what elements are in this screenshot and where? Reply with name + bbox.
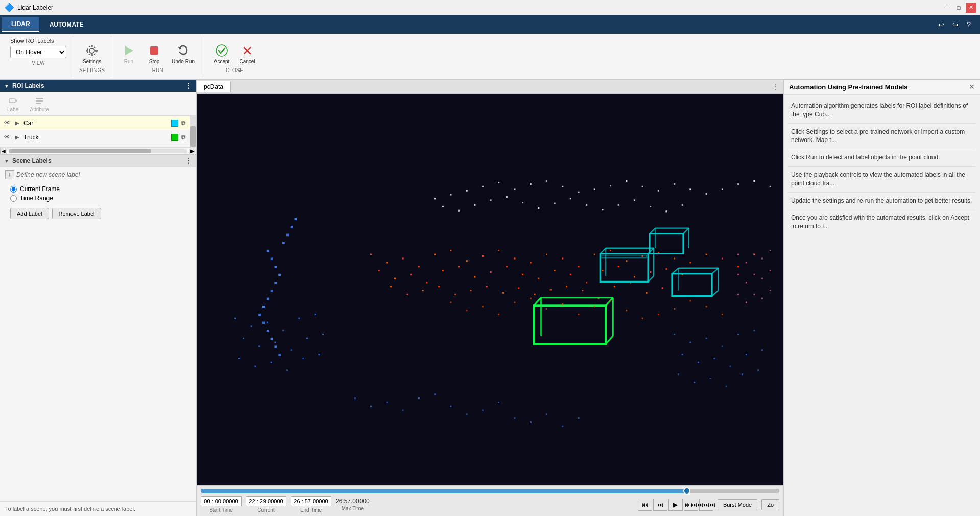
tab-actions: ↩ ↪ ? (935, 19, 978, 30)
car-visibility-toggle[interactable]: 👁 (4, 119, 13, 127)
cancel-label: Cancel (239, 59, 255, 64)
undo-run-button[interactable]: Undo Run (169, 41, 198, 66)
svg-rect-161 (450, 406, 451, 407)
svg-rect-31 (578, 266, 579, 267)
maximize-button[interactable]: □ (953, 3, 964, 13)
close-button[interactable]: ✕ (966, 3, 976, 13)
roi-collapse-arrow[interactable]: ▼ (4, 83, 9, 89)
svg-rect-87 (530, 183, 532, 185)
run-button[interactable]: Run (117, 41, 140, 66)
run-label: Run (124, 59, 133, 64)
end-time-label: End Time (300, 507, 322, 513)
svg-rect-39 (706, 254, 707, 255)
roi-labels-menu[interactable]: ⋮ (185, 82, 192, 90)
playback-play-button[interactable]: ▶ (668, 499, 683, 511)
viewport-tab-pcdata[interactable]: pcData (197, 81, 231, 92)
svg-rect-16 (36, 103, 41, 104)
toolbar-view-section: Show ROI Labels On Hover Always Never VI… (4, 36, 73, 77)
label-row-truck[interactable]: 👁 ▶ Truck ⧉ (0, 130, 190, 145)
scene-labels-section: ▼ Scene Labels ⋮ + Define new scene labe… (0, 154, 196, 222)
roi-labels-title: ROI Labels (12, 82, 182, 89)
attribute-tool-button[interactable]: Attribute (27, 94, 52, 113)
timeline-thumb[interactable] (683, 487, 690, 495)
playback-prev-button[interactable]: ⏭ (653, 499, 667, 511)
remove-label-button[interactable]: Remove Label (52, 208, 102, 219)
svg-rect-105 (474, 204, 475, 206)
scene-collapse-arrow[interactable]: ▼ (4, 158, 9, 164)
truck-label-name: Truck (23, 134, 169, 141)
truck-expand-arrow[interactable]: ▶ (15, 134, 21, 140)
redo-button[interactable]: ↪ (949, 19, 962, 30)
end-time-input[interactable] (291, 496, 331, 506)
playback-start-button[interactable]: ⏮ (638, 499, 652, 511)
svg-rect-219 (498, 314, 499, 315)
svg-rect-26 (498, 250, 499, 251)
svg-rect-106 (490, 199, 492, 201)
svg-rect-131 (238, 358, 240, 359)
hscroll-right-arrow[interactable]: ▶ (189, 148, 196, 155)
svg-rect-144 (698, 362, 699, 363)
car-expand-arrow[interactable]: ▶ (15, 120, 21, 126)
attribute-icon (34, 95, 45, 106)
automation-panel-close[interactable]: ✕ (969, 83, 975, 91)
max-time-label: Max Time (342, 506, 364, 511)
svg-rect-55 (570, 274, 571, 275)
time-range-input[interactable] (10, 195, 17, 202)
svg-rect-128 (291, 349, 292, 351)
timeline-slider-track[interactable] (201, 489, 779, 493)
current-frame-input[interactable] (10, 186, 17, 193)
car-copy-button[interactable]: ⧉ (181, 120, 186, 127)
playback-next-button[interactable]: ⏭⏭ (684, 499, 698, 511)
svg-rect-54 (554, 270, 556, 271)
scene-labels-header: ▼ Scene Labels ⋮ (0, 155, 196, 167)
minimize-button[interactable]: ─ (941, 3, 951, 13)
show-roi-label: Show ROI Labels (10, 38, 54, 44)
svg-rect-243 (770, 270, 771, 271)
labels-horizontal-scrollbar[interactable] (9, 149, 187, 153)
current-frame-radio[interactable]: Current Frame (10, 185, 186, 193)
svg-rect-132 (254, 366, 256, 367)
stop-button[interactable]: Stop (143, 41, 165, 66)
svg-rect-91 (594, 188, 595, 190)
roi-dropdown[interactable]: On Hover Always Never (10, 46, 66, 58)
truck-copy-button[interactable]: ⧉ (181, 134, 186, 141)
svg-rect-51 (506, 266, 508, 267)
viewport-menu-icon[interactable]: ⋮ (768, 81, 783, 93)
cancel-button[interactable]: Cancel (236, 41, 258, 66)
start-time-input[interactable] (201, 496, 242, 506)
svg-rect-246 (753, 294, 755, 295)
automation-panel-content: Automation algorithm generates labels fo… (784, 95, 980, 516)
svg-rect-57 (602, 270, 603, 271)
current-time-input[interactable] (246, 496, 286, 506)
label-tool-button[interactable]: Label (4, 94, 22, 113)
tab-lidar[interactable]: LIDAR (2, 17, 39, 32)
labels-vertical-scrollbar[interactable] (190, 116, 196, 147)
svg-rect-108 (522, 202, 523, 203)
hscroll-left-arrow[interactable]: ◀ (0, 148, 7, 155)
zoom-button[interactable]: Zo (761, 499, 779, 510)
svg-rect-94 (642, 186, 643, 187)
add-scene-label-icon[interactable]: + (5, 170, 14, 179)
time-range-radio[interactable]: Time Range (10, 195, 186, 202)
svg-rect-67 (454, 294, 456, 295)
svg-rect-186 (291, 226, 293, 228)
help-button[interactable]: ? (964, 19, 974, 30)
undo-button[interactable]: ↩ (935, 19, 947, 30)
settings-button[interactable]: Settings (80, 41, 104, 66)
window-controls: ─ □ ✕ (941, 3, 976, 13)
labels-list: 👁 ▶ Car ⧉ 👁 ▶ Truck ⧉ (0, 116, 190, 147)
point-cloud-canvas[interactable] (197, 94, 783, 485)
burst-mode-button[interactable]: Burst Mode (718, 499, 757, 510)
add-label-button[interactable]: Add Label (10, 208, 49, 219)
svg-rect-60 (650, 271, 651, 273)
playback-end-button[interactable]: ⏭⏭⏭ (699, 499, 713, 511)
accept-button[interactable]: Accept (210, 41, 233, 66)
truck-visibility-toggle[interactable]: 👁 (4, 133, 13, 141)
label-row-car[interactable]: 👁 ▶ Car ⧉ (0, 116, 190, 130)
svg-rect-24 (466, 260, 468, 262)
svg-rect-231 (689, 300, 691, 301)
svg-rect-119 (234, 318, 236, 319)
hscroll-thumb (9, 149, 151, 153)
tab-automate[interactable]: AUTOMATE (40, 18, 93, 31)
scene-labels-menu[interactable]: ⋮ (185, 157, 192, 165)
